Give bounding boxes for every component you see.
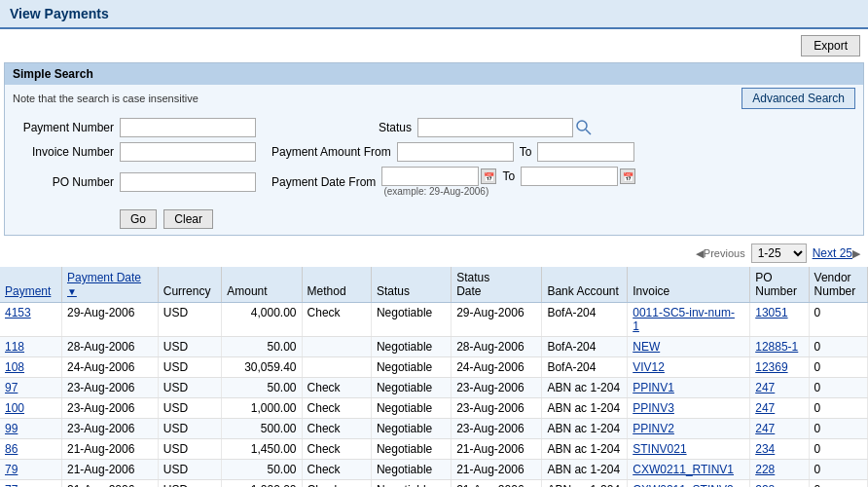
po-link[interactable]: 228 — [755, 463, 775, 476]
table-row: 99 23-Aug-2006 USD 500.00 Check Negotiab… — [0, 419, 868, 439]
go-button[interactable]: Go — [120, 209, 157, 229]
table-row: 77 21-Aug-2006 USD 1,000.00 Check Negoti… — [0, 480, 868, 488]
page-range-select[interactable]: 1-25 26-50 51-75 — [751, 244, 807, 263]
cell-payment-date: 21-Aug-2006 — [61, 460, 158, 480]
col-header-currency: Currency — [158, 267, 222, 303]
po-link[interactable]: 12885-1 — [755, 340, 798, 354]
po-link[interactable]: 234 — [755, 442, 775, 456]
invoice-link[interactable]: PPINV2 — [633, 422, 674, 435]
cell-method: Check — [302, 439, 371, 460]
amount-from-input[interactable] — [397, 142, 514, 162]
export-button[interactable]: Export — [801, 35, 860, 56]
invoice-link[interactable]: NEW — [633, 340, 660, 354]
cell-status: Negotiable — [371, 378, 451, 398]
cell-bank-account: BofA-204 — [542, 337, 628, 357]
cell-vendor-number: 0 — [809, 419, 867, 439]
invoice-link[interactable]: CXW0211_RTINV1 — [633, 463, 734, 476]
cell-amount: 4,000.00 — [222, 303, 302, 337]
svg-point-0 — [577, 121, 587, 131]
cell-payment: 86 — [0, 439, 61, 460]
cell-currency: USD — [158, 398, 222, 419]
cell-payment-date: 21-Aug-2006 — [61, 480, 158, 488]
cell-status: Negotiable — [371, 439, 451, 460]
col-header-amount: Amount — [222, 267, 302, 303]
cell-po-number: 234 — [750, 439, 809, 460]
payment-link[interactable]: 108 — [5, 360, 24, 374]
date-from-calendar-icon[interactable]: 📅 — [481, 169, 496, 184]
po-link[interactable]: 12369 — [755, 360, 787, 374]
invoice-link[interactable]: VIV12 — [633, 360, 665, 374]
table-row: 100 23-Aug-2006 USD 1,000.00 Check Negot… — [0, 398, 868, 419]
svg-line-1 — [586, 130, 591, 134]
previous-label: Previous — [704, 247, 745, 259]
invoice-number-label: Invoice Number — [13, 145, 120, 159]
po-link[interactable]: 247 — [755, 401, 775, 415]
invoice-link[interactable]: 0011-SC5-inv-num-1 — [633, 306, 735, 333]
amount-from-label: Payment Amount From — [266, 145, 397, 159]
cell-payment-date: 21-Aug-2006 — [61, 439, 158, 460]
amount-to-input[interactable] — [537, 142, 634, 162]
payment-link[interactable]: 118 — [5, 340, 24, 354]
payment-date-sort-link[interactable]: Payment Date ▼ — [67, 271, 141, 298]
status-label: Status — [373, 121, 417, 134]
next-link[interactable]: Next 25 — [813, 246, 852, 260]
cell-invoice: NEW — [628, 337, 750, 357]
advanced-search-button[interactable]: Advanced Search — [741, 88, 855, 109]
search-note-text: Note that the search is case insensitive — [13, 93, 199, 104]
cell-bank-account: ABN ac 1-204 — [542, 439, 628, 460]
status-search-icon[interactable] — [576, 120, 592, 135]
cell-payment-date: 23-Aug-2006 — [61, 419, 158, 439]
cell-status-date: 21-Aug-2006 — [452, 480, 542, 488]
date-to-input[interactable] — [521, 167, 618, 186]
payment-link[interactable]: 97 — [5, 381, 18, 394]
search-title: Simple Search — [5, 63, 863, 85]
cell-payment: 77 — [0, 480, 61, 488]
next-arrow-icon[interactable]: ▶ — [852, 247, 860, 260]
cell-payment: 4153 — [0, 303, 61, 337]
amount-to-label: To — [514, 145, 538, 159]
cell-vendor-number: 0 — [809, 357, 867, 378]
clear-button[interactable]: Clear — [163, 209, 213, 229]
cell-vendor-number: 0 — [809, 337, 867, 357]
payment-link[interactable]: 99 — [5, 422, 18, 435]
cell-currency: USD — [158, 460, 222, 480]
results-table: Payment Payment Date ▼ Currency Amount M… — [0, 267, 868, 487]
search-section: Simple Search Note that the search is ca… — [4, 62, 864, 236]
cell-bank-account: BofA-204 — [542, 357, 628, 378]
invoice-link[interactable]: PPINV3 — [633, 401, 674, 415]
table-row: 97 23-Aug-2006 USD 50.00 Check Negotiabl… — [0, 378, 868, 398]
payment-link[interactable]: 77 — [5, 483, 18, 487]
po-link[interactable]: 13051 — [755, 306, 787, 319]
date-to-label: To — [496, 169, 521, 183]
payment-link[interactable]: 86 — [5, 442, 18, 456]
po-link[interactable]: 247 — [755, 422, 775, 435]
payment-link[interactable]: 79 — [5, 463, 18, 476]
invoice-number-input[interactable] — [120, 142, 256, 162]
payment-link[interactable]: 100 — [5, 401, 24, 415]
po-number-input[interactable] — [120, 172, 256, 192]
payment-link[interactable]: 4153 — [5, 306, 31, 319]
sort-arrow-icon: ▼ — [67, 286, 77, 297]
cell-po-number: 12885-1 — [750, 337, 809, 357]
prev-arrow-icon: ◀ — [696, 247, 704, 260]
cell-amount: 500.00 — [222, 419, 302, 439]
cell-currency: USD — [158, 439, 222, 460]
cell-bank-account: ABN ac 1-204 — [542, 419, 628, 439]
cell-payment-date: 23-Aug-2006 — [61, 378, 158, 398]
po-link[interactable]: 228 — [755, 483, 775, 487]
invoice-link[interactable]: PPINV1 — [633, 381, 674, 394]
table-row: 108 24-Aug-2006 USD 30,059.40 Negotiable… — [0, 357, 868, 378]
date-from-input[interactable] — [381, 167, 479, 186]
payment-sort-link[interactable]: Payment — [5, 284, 51, 298]
cell-status: Negotiable — [371, 419, 451, 439]
invoice-link[interactable]: CXW0211_STINV2 — [633, 483, 733, 487]
invoice-link[interactable]: STINV021 — [633, 442, 686, 456]
payment-number-input[interactable] — [120, 118, 256, 137]
cell-status: Negotiable — [371, 303, 451, 337]
table-row: 118 28-Aug-2006 USD 50.00 Negotiable 28-… — [0, 337, 868, 357]
cell-bank-account: BofA-204 — [542, 303, 628, 337]
po-link[interactable]: 247 — [755, 381, 775, 394]
cell-status-date: 29-Aug-2006 — [452, 303, 542, 337]
status-input[interactable] — [417, 118, 573, 137]
date-to-calendar-icon[interactable]: 📅 — [620, 169, 635, 184]
